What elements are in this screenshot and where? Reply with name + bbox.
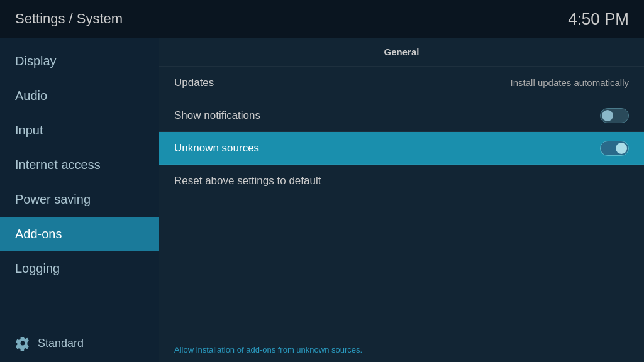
- setting-row-updates[interactable]: Updates Install updates automatically: [159, 67, 644, 99]
- sidebar-item-audio[interactable]: Audio: [0, 79, 159, 113]
- sidebar-footer: Standard: [0, 324, 159, 362]
- sidebar-item-input[interactable]: Input: [0, 113, 159, 148]
- header: Settings / System 4:50 PM: [0, 0, 644, 38]
- setting-value-updates: Install updates automatically: [511, 77, 629, 88]
- settings-list: Updates Install updates automatically Sh…: [159, 67, 644, 337]
- sidebar-item-internet-access[interactable]: Internet access: [0, 148, 159, 182]
- setting-row-unknown-sources[interactable]: Unknown sources: [159, 132, 644, 165]
- sidebar-item-power-saving[interactable]: Power saving: [0, 182, 159, 217]
- setting-label-show-notifications: Show notifications: [174, 109, 260, 122]
- toggle-show-notifications[interactable]: [600, 108, 629, 123]
- section-header: General: [159, 38, 644, 67]
- toggle-knob-unknown-sources: [616, 143, 627, 154]
- footer-hint: Allow installation of add-ons from unkno…: [159, 337, 644, 362]
- toggle-unknown-sources[interactable]: [600, 141, 629, 156]
- setting-row-show-notifications[interactable]: Show notifications: [159, 99, 644, 132]
- profile-label: Standard: [38, 337, 84, 350]
- toggle-knob-show-notifications: [602, 110, 613, 121]
- sidebar-item-display[interactable]: Display: [0, 44, 159, 79]
- sidebar: Display Audio Input Internet access Powe…: [0, 38, 159, 362]
- setting-row-reset[interactable]: Reset above settings to default: [159, 165, 644, 197]
- sidebar-item-logging[interactable]: Logging: [0, 251, 159, 286]
- clock: 4:50 PM: [568, 9, 629, 29]
- sidebar-item-add-ons[interactable]: Add-ons: [0, 217, 159, 251]
- page-title: Settings / System: [15, 11, 123, 27]
- main-content: General Updates Install updates automati…: [159, 38, 644, 362]
- setting-label-reset: Reset above settings to default: [174, 175, 321, 187]
- setting-label-updates: Updates: [174, 77, 214, 89]
- gear-icon: [15, 336, 30, 351]
- setting-label-unknown-sources: Unknown sources: [174, 142, 259, 155]
